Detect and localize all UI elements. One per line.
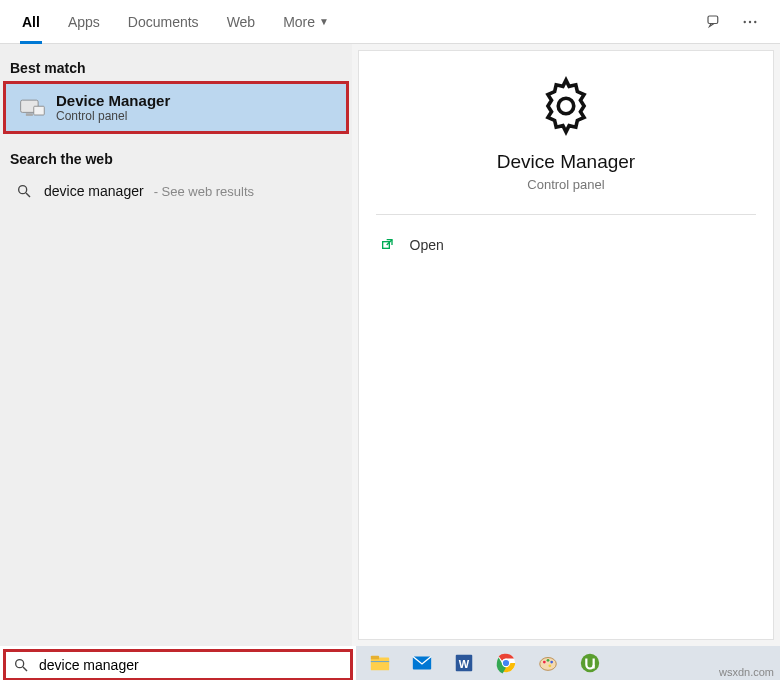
svg-line-12 bbox=[23, 667, 27, 671]
web-result-term: device manager bbox=[44, 183, 144, 199]
svg-point-7 bbox=[19, 186, 27, 194]
more-options-icon[interactable] bbox=[736, 8, 764, 36]
open-label: Open bbox=[410, 237, 444, 253]
tab-label: Apps bbox=[68, 14, 100, 30]
watermark: wsxdn.com bbox=[719, 666, 774, 678]
best-match-item-device-manager[interactable]: Device Manager Control panel bbox=[4, 82, 348, 133]
tab-web[interactable]: Web bbox=[213, 0, 270, 43]
search-box[interactable] bbox=[4, 650, 352, 680]
main: Best match Device Manager Control panel … bbox=[0, 44, 780, 646]
tab-label: Documents bbox=[128, 14, 199, 30]
svg-point-2 bbox=[749, 20, 751, 22]
bottom-bar: W wsxdn.com bbox=[0, 646, 780, 680]
open-icon bbox=[380, 237, 396, 253]
svg-rect-13 bbox=[371, 658, 389, 671]
svg-rect-6 bbox=[34, 106, 45, 115]
svg-point-26 bbox=[548, 664, 551, 667]
best-match-header: Best match bbox=[0, 52, 352, 82]
best-match-text: Device Manager Control panel bbox=[56, 92, 170, 123]
preview-subtitle: Control panel bbox=[527, 177, 604, 192]
tab-documents[interactable]: Documents bbox=[114, 0, 213, 43]
svg-point-24 bbox=[547, 659, 550, 662]
device-manager-icon bbox=[18, 94, 46, 122]
chevron-down-icon: ▼ bbox=[319, 16, 329, 27]
svg-point-9 bbox=[558, 98, 574, 114]
tabs: All Apps Documents Web More ▼ bbox=[8, 0, 700, 43]
svg-point-23 bbox=[543, 661, 546, 664]
svg-point-3 bbox=[754, 20, 756, 22]
taskbar-utorrent-icon[interactable] bbox=[576, 649, 604, 677]
taskbar-file-explorer-icon[interactable] bbox=[366, 649, 394, 677]
tab-label: More bbox=[283, 14, 315, 30]
preview-title: Device Manager bbox=[497, 151, 635, 173]
taskbar-paint-icon[interactable] bbox=[534, 649, 562, 677]
open-action[interactable]: Open bbox=[376, 231, 757, 259]
best-match-subtitle: Control panel bbox=[56, 109, 170, 123]
preview-card: Device Manager Control panel Open bbox=[358, 50, 774, 640]
svg-rect-15 bbox=[371, 661, 389, 662]
results-pane: Best match Device Manager Control panel … bbox=[0, 44, 352, 646]
tab-label: All bbox=[22, 14, 40, 30]
web-result-sub: - See web results bbox=[154, 184, 254, 199]
tab-apps[interactable]: Apps bbox=[54, 0, 114, 43]
divider bbox=[376, 214, 757, 215]
tab-more[interactable]: More ▼ bbox=[269, 0, 343, 43]
feedback-icon[interactable] bbox=[700, 8, 728, 36]
tab-label: Web bbox=[227, 14, 256, 30]
taskbar-mail-icon[interactable] bbox=[408, 649, 436, 677]
taskbar: W wsxdn.com bbox=[356, 646, 780, 680]
tab-all[interactable]: All bbox=[8, 0, 54, 43]
search-icon bbox=[13, 657, 29, 673]
taskbar-word-icon[interactable]: W bbox=[450, 649, 478, 677]
taskbar-chrome-icon[interactable] bbox=[492, 649, 520, 677]
svg-line-8 bbox=[26, 193, 30, 197]
svg-point-1 bbox=[744, 20, 746, 22]
svg-rect-14 bbox=[371, 656, 379, 660]
preview-pane: Device Manager Control panel Open bbox=[352, 44, 780, 646]
gear-icon bbox=[535, 75, 597, 137]
svg-point-11 bbox=[16, 660, 24, 668]
search-tabs-bar: All Apps Documents Web More ▼ bbox=[0, 0, 780, 44]
web-result-device-manager[interactable]: device manager - See web results bbox=[0, 173, 352, 209]
search-web-header: Search the web bbox=[0, 143, 352, 173]
search-input[interactable] bbox=[39, 657, 343, 673]
svg-point-25 bbox=[550, 661, 553, 664]
svg-rect-5 bbox=[26, 113, 33, 116]
search-icon bbox=[14, 181, 34, 201]
svg-text:W: W bbox=[459, 658, 470, 670]
svg-rect-0 bbox=[708, 16, 718, 24]
best-match-title: Device Manager bbox=[56, 92, 170, 109]
topbar-actions bbox=[700, 8, 772, 36]
